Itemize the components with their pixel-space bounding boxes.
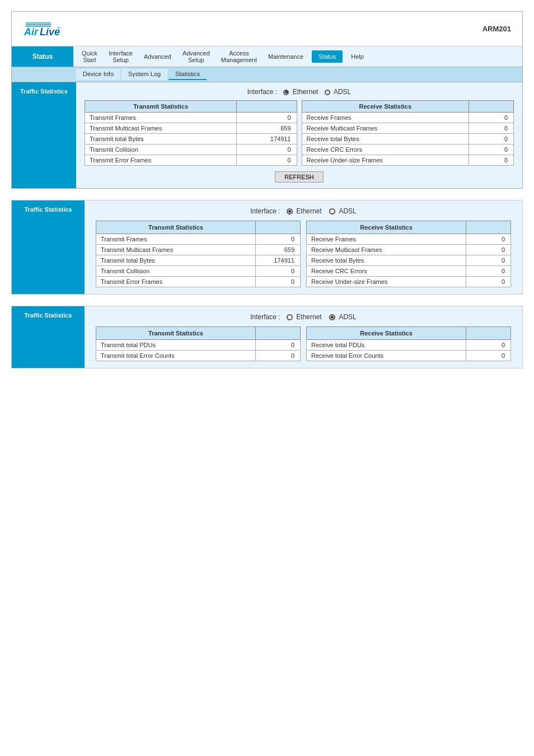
- subnav-device-info[interactable]: Device Info: [76, 69, 120, 80]
- adsl-radio1[interactable]: ADSL: [325, 88, 352, 96]
- transmit-table3: Transmit Statistics Transmit total PDUs0…: [96, 326, 301, 361]
- table-row: Receive total Error Counts: [307, 351, 466, 361]
- table-row-value: 174911: [256, 255, 301, 266]
- interface-selector1: Interface : Ethernet ADSL: [85, 88, 514, 96]
- traffic-stats-section1: Traffic Statistics Interface : Ethernet …: [12, 82, 522, 188]
- table-row: Transmit Error Frames: [96, 277, 256, 287]
- section2-content: Interface : Ethernet ADSL Tran: [85, 200, 522, 294]
- transmit-val-header1: [237, 101, 297, 113]
- adsl-label1: ADSL: [334, 88, 351, 96]
- table-row-value: 0: [469, 123, 514, 134]
- adsl-radio-btn1[interactable]: [325, 90, 330, 95]
- nav-advanced-setup-label[interactable]: AdvancedSetup: [177, 46, 216, 67]
- table-row-value: 0: [237, 144, 297, 155]
- adsl-label3: ADSL: [339, 313, 356, 321]
- table-row-value: 0: [466, 340, 511, 351]
- nav-maintenance[interactable]: Maintenance: [263, 50, 309, 63]
- table-row: Receive Multicast Frames: [307, 245, 466, 255]
- nav-quick-start[interactable]: QuickStart: [76, 46, 103, 67]
- nav-status-tab[interactable]: Status: [12, 46, 73, 67]
- ethernet-radio1[interactable]: Ethernet: [283, 88, 320, 96]
- table-row-value: 0: [466, 234, 511, 245]
- table-row: Transmit total Bytes: [85, 134, 237, 144]
- adsl-radio3[interactable]: ADSL: [329, 313, 357, 321]
- section3-sidebar-label: Traffic Statistics: [25, 312, 72, 319]
- refresh-button1[interactable]: REFRESH: [275, 171, 324, 183]
- transmit-header3: Transmit Statistics: [96, 327, 256, 340]
- section3-sidebar: Traffic Statistics: [12, 306, 85, 368]
- table-row: Transmit Error Frames: [85, 155, 237, 166]
- airlive-logo-svg: Air Live ®: [23, 17, 73, 39]
- table-row-value: 0: [256, 277, 301, 287]
- ethernet-label3: Ethernet: [296, 313, 321, 321]
- traffic-content1: Interface : Ethernet ADSL: [76, 82, 522, 188]
- receive-val-header1: [469, 101, 514, 113]
- nav-status-btn[interactable]: Status: [312, 50, 343, 63]
- page-wrapper: Air Live ® ARM201 Status QuickStart Inte…: [0, 11, 534, 368]
- transmit-table1: Transmit Statistics Transmit Frames0Tran…: [85, 100, 297, 166]
- nav-items-row: QuickStart InterfaceSetup Advanced Advan…: [73, 46, 522, 67]
- header: Air Live ® ARM201: [12, 12, 522, 46]
- table-row: Transmit total PDUs: [96, 340, 256, 351]
- standalone-section3: Traffic Statistics Interface : Ethernet …: [11, 306, 523, 368]
- transmit-header1: Transmit Statistics: [85, 101, 237, 113]
- table-row-value: 0: [256, 234, 301, 245]
- stats-tables2: Transmit Statistics Transmit Frames0Tran…: [96, 221, 511, 287]
- table-row: Transmit total Error Counts: [96, 351, 256, 361]
- table-row: Transmit Frames: [85, 113, 237, 123]
- table-row-value: 0: [469, 144, 514, 155]
- table-row-value: 0: [469, 113, 514, 123]
- interface-label2: Interface :: [250, 207, 280, 215]
- adsl-radio-btn2[interactable]: [329, 208, 335, 214]
- nav-access-management[interactable]: AccessManagement: [216, 46, 263, 67]
- adsl-radio2[interactable]: ADSL: [329, 207, 357, 215]
- table-row: Receive total PDUs: [307, 340, 466, 351]
- table-row: Receive Frames: [307, 234, 466, 245]
- table-row-value: 0: [256, 351, 301, 361]
- section2-sidebar: Traffic Statistics: [12, 200, 85, 294]
- ethernet-label2: Ethernet: [296, 207, 321, 215]
- nav-help[interactable]: Help: [345, 50, 369, 63]
- table-row: Transmit Collision: [85, 144, 237, 155]
- ethernet-radio3[interactable]: Ethernet: [287, 313, 324, 321]
- svg-text:Air: Air: [24, 26, 39, 38]
- ethernet-radio-btn1[interactable]: [283, 90, 289, 95]
- table-row-value: 659: [237, 123, 297, 134]
- table-row: Receive total Bytes: [307, 255, 466, 266]
- table-row-value: 0: [256, 340, 301, 351]
- ethernet-radio-btn3[interactable]: [287, 314, 293, 320]
- svg-text:®: ®: [57, 26, 60, 31]
- subnav-statistics[interactable]: Statistics: [168, 69, 207, 80]
- interface-label3: Interface :: [250, 313, 280, 321]
- standalone-section2: Traffic Statistics Interface : Ethernet …: [11, 200, 523, 295]
- table-row: Receive CRC Errors: [302, 144, 469, 155]
- table-row: Receive Frames: [302, 113, 469, 123]
- interface-selector2: Interface : Ethernet ADSL: [96, 207, 511, 215]
- ethernet-radio2[interactable]: Ethernet: [287, 207, 324, 215]
- nav-advanced-setup[interactable]: Advanced: [138, 50, 177, 63]
- table-row: Receive total Bytes: [302, 134, 469, 144]
- table-row: Receive CRC Errors: [307, 266, 466, 277]
- router-ui-block: Air Live ® ARM201 Status QuickStart Inte…: [11, 11, 523, 189]
- nav-interface-setup[interactable]: InterfaceSetup: [103, 46, 138, 67]
- stats-tables1: Transmit Statistics Transmit Frames0Tran…: [85, 100, 514, 166]
- adsl-radio-btn3[interactable]: [329, 314, 335, 320]
- receive-table2: Receive Statistics Receive Frames0Receiv…: [306, 221, 511, 287]
- receive-val-header2: [466, 221, 511, 234]
- receive-header2: Receive Statistics: [307, 221, 466, 234]
- table-row-value: 0: [466, 277, 511, 287]
- table-row-value: 0: [466, 351, 511, 361]
- table-row-value: 0: [469, 134, 514, 144]
- interface-label1: Interface :: [247, 88, 277, 96]
- table-row-value: 0: [256, 266, 301, 277]
- receive-val-header3: [466, 327, 511, 340]
- ethernet-radio-btn2[interactable]: [287, 208, 293, 214]
- table-row: Transmit Frames: [96, 234, 256, 245]
- stats-tables3: Transmit Statistics Transmit total PDUs0…: [96, 326, 511, 361]
- receive-header3: Receive Statistics: [307, 327, 466, 340]
- section2-sidebar-label: Traffic Statistics: [25, 206, 72, 213]
- table-row-value: 174911: [237, 134, 297, 144]
- transmit-val-header3: [256, 327, 301, 340]
- subnav-system-log[interactable]: System Log: [121, 69, 167, 80]
- ethernet-label1: Ethernet: [293, 88, 318, 96]
